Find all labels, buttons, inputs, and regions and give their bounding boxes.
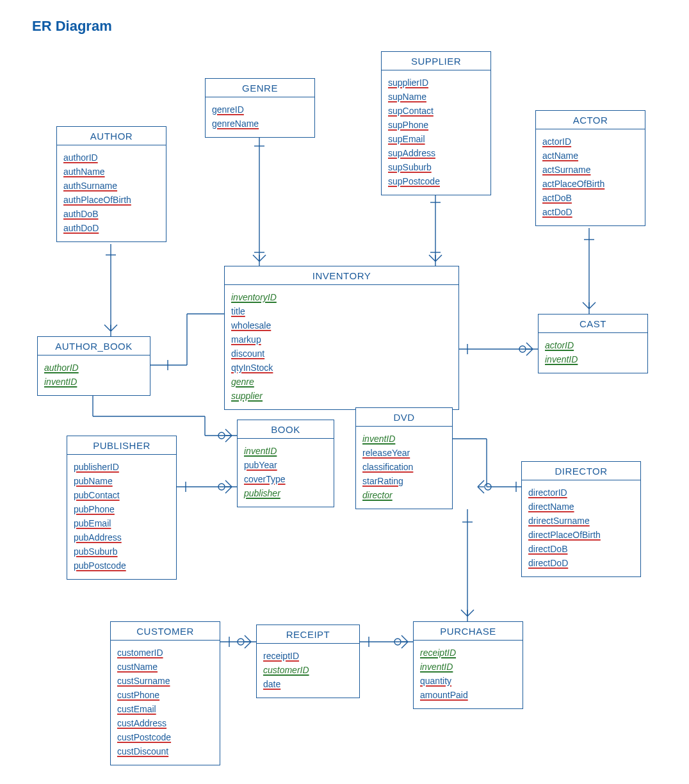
- attr: custEmail: [117, 702, 213, 716]
- entity-purchase: PURCHASEreceiptIDinventIDquantityamountP…: [413, 621, 523, 709]
- svg-line-33: [104, 325, 111, 331]
- svg-line-48: [225, 480, 232, 487]
- attr: authDoB: [63, 207, 159, 221]
- entity-author_book: AUTHOR_BOOKauthorIDinventID: [37, 336, 150, 396]
- entity-publisher: PUBLISHERpublisherIDpubNamepubContactpub…: [67, 436, 177, 580]
- attr: custAddress: [117, 716, 213, 730]
- svg-line-58: [245, 635, 251, 642]
- svg-line-38: [225, 436, 232, 442]
- entity-name: PUBLISHER: [67, 436, 176, 455]
- attr: title: [231, 304, 452, 318]
- attrs: receiptIDinventIDquantityamountPaid: [414, 641, 523, 708]
- svg-line-59: [245, 642, 251, 648]
- svg-line-63: [401, 635, 408, 642]
- attr: qtyInStock: [231, 361, 452, 375]
- entity-name: BOOK: [238, 420, 334, 439]
- entity-genre: GENREgenreIDgenreName: [205, 78, 315, 138]
- entity-author: AUTHORauthorIDauthNameauthSurnameauthPla…: [56, 126, 166, 242]
- attr: directDoD: [528, 556, 634, 570]
- svg-point-66: [394, 639, 401, 645]
- page-title: ER Diagram: [32, 18, 112, 35]
- attrs: publisherIDpubNamepubContactpubPhonepubE…: [67, 455, 176, 579]
- attr: pubPostcode: [74, 559, 170, 573]
- svg-line-49: [225, 487, 232, 493]
- attr: wholesale: [231, 318, 452, 332]
- attr: supPostcode: [388, 174, 484, 188]
- attr: supplierID: [388, 76, 484, 90]
- attr: supContact: [388, 104, 484, 118]
- svg-line-44: [526, 349, 533, 355]
- attr: date: [263, 677, 353, 691]
- attr: inventID: [244, 444, 327, 458]
- attr: markup: [231, 332, 452, 347]
- attr: custDiscount: [117, 744, 213, 758]
- attr: receiptID: [420, 646, 516, 660]
- entity-name: SUPPLIER: [382, 52, 490, 70]
- attr: authDoD: [63, 221, 159, 235]
- attrs: genreIDgenreName: [206, 97, 314, 137]
- entity-name: DIRECTOR: [522, 462, 640, 480]
- svg-line-30: [589, 302, 596, 309]
- attr: supName: [388, 90, 484, 104]
- attr: authorID: [63, 151, 159, 165]
- attrs: inventoryIDtitlewholesalemarkupdiscountq…: [225, 285, 458, 409]
- attr: coverType: [244, 472, 327, 486]
- attr: supPhone: [388, 118, 484, 132]
- attr: discount: [231, 347, 452, 361]
- attr: supSuburb: [388, 160, 484, 174]
- attr: custPostcode: [117, 730, 213, 744]
- svg-point-40: [218, 432, 225, 439]
- svg-line-20: [259, 255, 266, 261]
- svg-line-64: [401, 642, 408, 648]
- attrs: inventIDreleaseYearclassificationstarRat…: [356, 427, 452, 509]
- attr: custPhone: [117, 688, 213, 702]
- attr: authName: [63, 165, 159, 179]
- entity-name: DVD: [356, 408, 452, 427]
- entity-customer: CUSTOMERcustomerIDcustNamecustSurnamecus…: [110, 621, 220, 765]
- svg-point-46: [519, 346, 526, 352]
- entity-name: CAST: [539, 314, 647, 333]
- entity-book: BOOKinventIDpubYearcoverTypepublisher: [237, 420, 334, 507]
- attr: director: [362, 488, 446, 502]
- attr: inventID: [420, 660, 516, 674]
- entity-name: AUTHOR: [57, 127, 166, 145]
- attr: authPlaceOfBirth: [63, 193, 159, 207]
- svg-point-61: [238, 639, 244, 645]
- svg-line-25: [435, 255, 442, 261]
- attr: customerID: [263, 663, 353, 677]
- attrs: authorIDinventID: [38, 355, 150, 395]
- attr: inventID: [362, 432, 446, 446]
- attr: actPlaceOfBirth: [542, 177, 638, 191]
- attr: actSurname: [542, 163, 638, 177]
- entity-actor: ACTORactorIDactNameactSurnameactPlaceOfB…: [535, 110, 645, 226]
- entity-supplier: SUPPLIERsupplierIDsupNamesupContactsupPh…: [381, 51, 491, 195]
- attrs: authorIDauthNameauthSurnameauthPlaceOfBi…: [57, 145, 166, 241]
- attrs: actorIDactNameactSurnameactPlaceOfBirtha…: [536, 129, 645, 225]
- entity-name: CUSTOMER: [111, 622, 220, 641]
- entity-dvd: DVDinventIDreleaseYearclassificationstar…: [355, 407, 453, 509]
- attr: pubEmail: [74, 516, 170, 530]
- attr: custName: [117, 660, 213, 674]
- attrs: directorIDdirectNamedrirectSurnamedirect…: [522, 480, 640, 576]
- attr: actorID: [545, 338, 641, 352]
- entity-cast: CASTactorIDinventID: [538, 314, 648, 373]
- attr: authSurname: [63, 179, 159, 193]
- entity-director: DIRECTORdirectorIDdirectNamedrirectSurna…: [521, 461, 641, 577]
- attr: pubName: [74, 474, 170, 488]
- attr: inventID: [44, 375, 143, 389]
- attr: directorID: [528, 486, 634, 500]
- attr: actName: [542, 149, 638, 163]
- svg-point-57: [485, 484, 491, 490]
- attr: actDoD: [542, 205, 638, 219]
- attr: supplier: [231, 389, 452, 403]
- attr: inventID: [545, 352, 641, 366]
- attr: genreName: [212, 117, 308, 131]
- attr: publisher: [244, 486, 327, 500]
- svg-line-55: [478, 487, 484, 493]
- attr: quantity: [420, 674, 516, 688]
- attr: amountPaid: [420, 688, 516, 702]
- attrs: inventIDpubYearcoverTypepublisher: [238, 439, 334, 507]
- svg-line-43: [526, 343, 533, 349]
- svg-point-51: [218, 484, 225, 490]
- attrs: supplierIDsupNamesupContactsupPhonesupEm…: [382, 70, 490, 195]
